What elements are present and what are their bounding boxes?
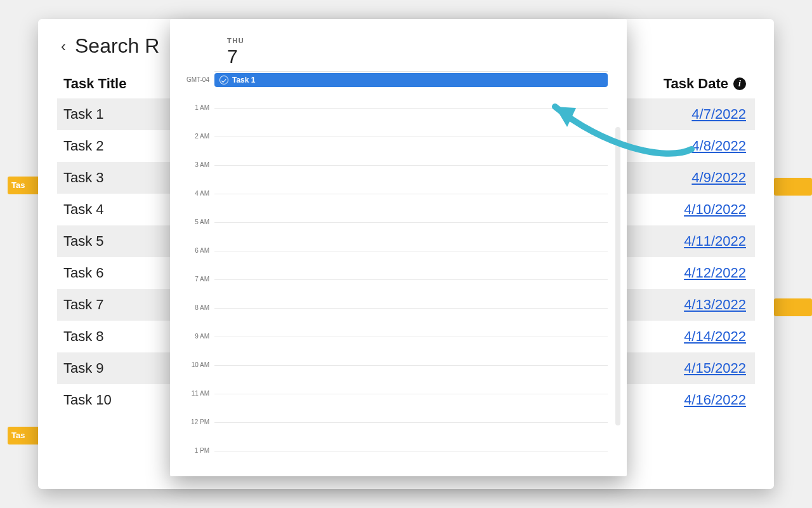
calendar-timezone: GMT-04	[187, 76, 209, 83]
task-date-link[interactable]: 4/7/2022	[691, 106, 746, 123]
task-title-cell: Task 1	[63, 106, 104, 123]
hour-gridline	[214, 308, 608, 309]
hour-label: 9 AM	[195, 333, 209, 340]
calendar-bg-event	[774, 298, 812, 316]
calendar-day-number: 7	[227, 46, 627, 67]
task-title-cell: Task 9	[63, 360, 104, 377]
task-date-link[interactable]: 4/11/2022	[684, 233, 746, 250]
hour-gridline	[214, 337, 608, 337]
task-date-link[interactable]: 4/8/2022	[691, 138, 746, 154]
hour-gridline	[214, 365, 608, 366]
info-icon[interactable]: i	[733, 77, 746, 90]
hour-gridline	[214, 108, 608, 109]
task-date-link[interactable]: 4/13/2022	[684, 297, 746, 313]
task-date-link[interactable]: 4/10/2022	[684, 201, 746, 218]
hour-gridline	[214, 137, 608, 137]
calendar-bg-event	[774, 178, 812, 196]
col-header-task-date: Task Date i	[664, 76, 746, 92]
col-header-task-title: Task Title	[63, 76, 126, 92]
hour-gridline	[214, 165, 608, 166]
hour-label: 11 AM	[192, 390, 209, 397]
calendar-event-title: Task 1	[232, 76, 255, 84]
check-circle-icon	[219, 76, 228, 84]
task-date-link[interactable]: 4/9/2022	[691, 170, 746, 186]
hour-label: 6 AM	[195, 247, 209, 254]
hour-label: 10 AM	[192, 361, 209, 368]
task-title-cell: Task 3	[63, 170, 104, 186]
page-title: Search R	[75, 34, 159, 58]
hour-label: 1 AM	[195, 104, 209, 111]
hour-gridline	[214, 251, 608, 251]
calendar-scrollbar[interactable]	[615, 127, 620, 425]
hour-label: 1 PM	[195, 447, 209, 454]
hour-gridline	[214, 222, 608, 223]
task-title-cell: Task 7	[63, 297, 104, 313]
task-date-link[interactable]: 4/16/2022	[684, 392, 746, 408]
hour-label: 5 AM	[195, 218, 209, 225]
task-title-cell: Task 8	[63, 328, 104, 345]
hour-gridline	[214, 422, 608, 423]
calendar-hour-grid[interactable]: Task 1	[214, 71, 608, 452]
hour-label: 2 AM	[195, 133, 209, 140]
calendar-event[interactable]: Task 1	[214, 73, 608, 87]
task-date-link[interactable]: 4/12/2022	[684, 265, 746, 281]
task-date-link[interactable]: 4/15/2022	[684, 360, 746, 377]
calendar-day-of-week: THU	[227, 37, 627, 44]
task-title-cell: Task 6	[63, 265, 104, 281]
back-chevron-icon[interactable]: ‹	[61, 37, 66, 55]
task-date-link[interactable]: 4/14/2022	[684, 328, 746, 345]
task-title-cell: Task 5	[63, 233, 104, 250]
calendar-day-panel: THU 7 GMT-04 1 AM2 AM3 AM4 AM5 AM6 AM7 A…	[170, 19, 627, 476]
hour-label: 8 AM	[195, 304, 209, 311]
hour-gridline	[214, 394, 608, 394]
task-title-cell: Task 2	[63, 138, 104, 154]
hour-label: 4 AM	[195, 190, 209, 197]
hour-label: 7 AM	[195, 276, 209, 283]
hour-label: 12 PM	[191, 418, 209, 425]
hour-gridline	[214, 451, 608, 451]
hour-gridline	[214, 194, 608, 194]
hour-label: 3 AM	[195, 161, 209, 168]
hour-gridline	[214, 279, 608, 280]
task-title-cell: Task 4	[63, 201, 104, 218]
task-title-cell: Task 10	[63, 392, 112, 408]
